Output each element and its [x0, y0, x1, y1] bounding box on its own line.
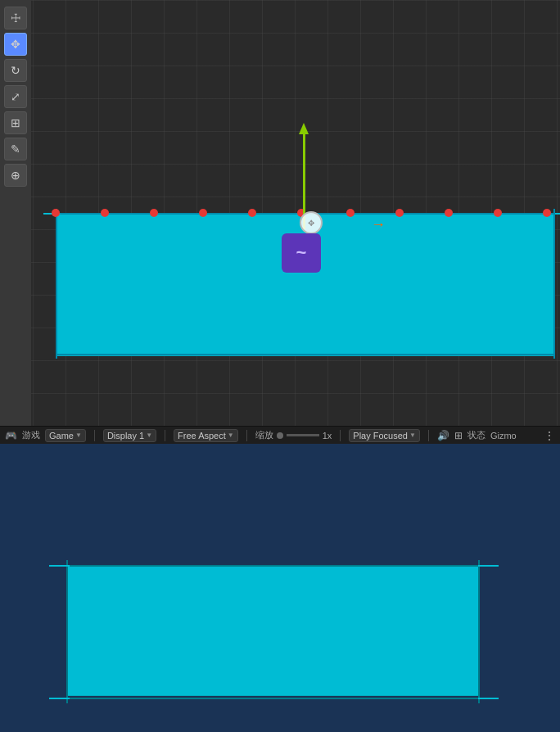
scale-tool-button[interactable]: ⤢	[4, 85, 27, 108]
outline-bottom	[56, 354, 555, 355]
game-label: 游戏	[22, 429, 40, 441]
play-dropdown-arrow: ▼	[409, 432, 416, 439]
sep-2	[165, 430, 165, 441]
aspect-dropdown[interactable]: Free Aspect ▼	[174, 429, 238, 442]
ctrl-dot-9[interactable]	[494, 209, 502, 217]
aspect-selected-label: Free Aspect	[178, 431, 226, 441]
ctrl-dot-1[interactable]	[101, 209, 109, 217]
tick-bottom-tl	[49, 565, 70, 567]
zoom-value: 1x	[323, 431, 332, 441]
viewport-top[interactable]: ☩ ✥ ↻ ⤢ ⊞ ✎ ⊕	[0, 0, 560, 426]
ctrl-dot-10[interactable]	[543, 209, 551, 217]
grid-icon[interactable]: ⊞	[454, 430, 463, 441]
zoom-label: 缩放	[255, 429, 273, 441]
display-dropdown[interactable]: Display 1 ▼	[103, 429, 156, 442]
mode-dropdown[interactable]: Game ▼	[45, 429, 86, 442]
sep-1	[94, 430, 95, 441]
game-outline-right	[478, 560, 480, 703]
sound-icon[interactable]: 🔊	[437, 430, 449, 441]
ctrl-dot-2[interactable]	[150, 209, 158, 217]
tick-bottom-br	[478, 698, 499, 699]
game-outline-bottom	[66, 698, 480, 699]
display-selected-label: Display 1	[107, 431, 144, 441]
gizmo-label: Gizmo	[490, 431, 517, 441]
more-icon[interactable]: ⋮	[544, 429, 555, 442]
move-tool-button[interactable]: ✥	[4, 33, 27, 56]
zoom-dot	[277, 432, 283, 439]
outline-left	[56, 209, 57, 359]
mode-selected-label: Game	[49, 431, 74, 441]
ctrl-dot-3[interactable]	[199, 209, 207, 217]
ctrl-dot-7[interactable]	[395, 209, 404, 217]
state-label: 状态	[467, 429, 485, 441]
ctrl-dot-0[interactable]	[52, 209, 60, 217]
move-icon: ✥	[308, 219, 314, 228]
app-logo-icon: ~	[282, 233, 321, 273]
zoom-slider[interactable]	[287, 434, 319, 436]
rotate-tool-button[interactable]: ↻	[4, 59, 27, 82]
y-axis-arrow	[299, 123, 309, 134]
tick-bottom-tr	[478, 565, 499, 567]
game-outline-left	[66, 560, 68, 703]
display-dropdown-arrow: ▼	[146, 432, 152, 439]
sep-3	[246, 430, 247, 441]
outline-right	[553, 209, 555, 359]
ctrl-dot-6[interactable]	[346, 209, 355, 217]
play-dropdown[interactable]: Play Focused ▼	[349, 429, 420, 442]
scene-area: ✥ → ~	[31, 0, 560, 426]
ctrl-dot-4[interactable]	[248, 209, 256, 217]
sep-4	[340, 430, 341, 441]
viewport-bottom	[0, 444, 560, 732]
statusbar: 🎮 游戏 Game ▼ Display 1 ▼ Free Aspect ▼ 缩放…	[0, 426, 560, 444]
cursor-tool-button[interactable]: ☩	[4, 7, 27, 29]
mode-dropdown-arrow: ▼	[75, 432, 82, 439]
measure-tool-button[interactable]: ⊕	[4, 164, 27, 187]
game-icon: 🎮	[5, 430, 17, 441]
game-outline-top	[66, 565, 480, 567]
game-object-rect	[66, 565, 480, 696]
tick-right	[555, 213, 560, 215]
transform-gizmo-center[interactable]: ✥	[300, 211, 323, 234]
ctrl-dot-8[interactable]	[445, 209, 453, 217]
sep-5	[428, 430, 429, 441]
x-axis-arrow[interactable]: →	[371, 216, 386, 233]
transform-tool-button[interactable]: ⊞	[4, 111, 27, 134]
tick-bottom-bl	[49, 698, 70, 699]
aspect-dropdown-arrow: ▼	[228, 432, 234, 439]
zoom-control: 缩放 1x	[255, 429, 332, 441]
play-selected-label: Play Focused	[353, 431, 408, 441]
annotate-tool-button[interactable]: ✎	[4, 138, 27, 160]
left-toolbar: ☩ ✥ ↻ ⤢ ⊞ ✎ ⊕	[0, 0, 31, 426]
